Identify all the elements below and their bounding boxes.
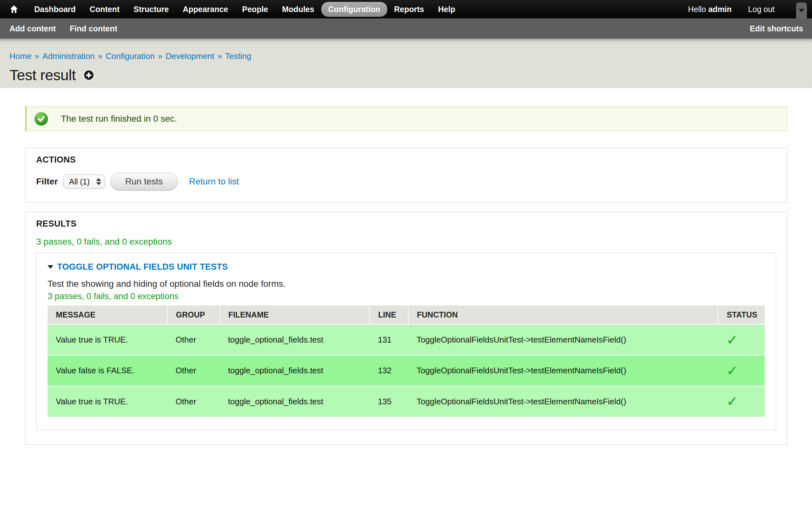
cell-line: 132 xyxy=(369,355,408,386)
cell-filename: toggle_optional_fields.test xyxy=(220,355,370,386)
table-row: Value true is TRUE. Other toggle_optiona… xyxy=(48,325,765,355)
cell-status: ✓ xyxy=(718,355,765,386)
cell-group: Other xyxy=(167,325,220,355)
breadcrumb-administration[interactable]: Administration xyxy=(43,51,95,61)
results-legend: RESULTS xyxy=(36,219,776,228)
cell-group: Other xyxy=(167,355,220,386)
return-to-list-link[interactable]: Return to list xyxy=(189,176,239,187)
col-header-group: GROUP xyxy=(167,305,220,325)
page-header: Home»Administration»Configuration»Develo… xyxy=(0,39,812,88)
breadcrumb-separator: » xyxy=(158,51,162,61)
menu-item-appearance[interactable]: Appearance xyxy=(176,2,235,17)
cell-group: Other xyxy=(167,386,220,417)
results-fieldset: RESULTS 3 passes, 0 fails, and 0 excepti… xyxy=(25,212,787,445)
test-group-title-link[interactable]: TOGGLE OPTIONAL FIELDS UNIT TESTS xyxy=(57,262,228,272)
cell-message: Value true is TRUE. xyxy=(48,325,167,355)
run-tests-button[interactable]: Run tests xyxy=(110,173,177,190)
filter-select[interactable]: All (1) xyxy=(63,175,105,188)
filter-select-value: All (1) xyxy=(69,177,90,186)
user-greeting: Hello admin xyxy=(688,5,732,14)
cell-line: 131 xyxy=(369,325,408,355)
select-spinner-icon xyxy=(96,178,101,185)
breadcrumb-separator: » xyxy=(217,51,222,61)
status-message: The test run finished in 0 sec. xyxy=(25,107,787,131)
cell-function: ToggleOptionalFieldsUnitTest->testElemen… xyxy=(408,325,718,355)
main-content: The test run finished in 0 sec. ACTIONS … xyxy=(0,107,812,483)
shortcut-add-content[interactable]: Add content xyxy=(9,24,56,33)
menu-item-help[interactable]: Help xyxy=(431,2,462,17)
menu-item-content[interactable]: Content xyxy=(83,2,126,17)
collapse-arrow-icon xyxy=(48,265,53,269)
menu-item-configuration[interactable]: Configuration xyxy=(321,2,387,17)
menu-item-reports[interactable]: Reports xyxy=(387,2,431,17)
add-shortcut-plus-icon[interactable] xyxy=(84,70,94,80)
success-check-icon xyxy=(35,112,48,125)
actions-legend: ACTIONS xyxy=(36,155,776,164)
breadcrumb: Home»Administration»Configuration»Develo… xyxy=(9,51,803,61)
test-results-table: MESSAGE GROUP FILENAME LINE FUNCTION STA… xyxy=(48,305,765,417)
logout-link[interactable]: Log out xyxy=(748,5,774,14)
col-header-status: STATUS xyxy=(718,305,765,325)
filter-row: Filter All (1) Run tests Return to list xyxy=(36,173,776,190)
results-summary: 3 passes, 0 fails, and 0 exceptions xyxy=(36,237,776,247)
col-header-line: LINE xyxy=(369,305,408,325)
breadcrumb-home[interactable]: Home xyxy=(9,51,32,61)
cell-filename: toggle_optional_fields.test xyxy=(220,386,370,417)
cell-function: ToggleOptionalFieldsUnitTest->testElemen… xyxy=(408,386,718,417)
table-row: Value true is TRUE. Other toggle_optiona… xyxy=(48,386,765,417)
shortcut-find-content[interactable]: Find content xyxy=(70,24,117,33)
shortcuts-bar: Add content Find content Edit shortcuts xyxy=(0,18,812,39)
test-group-header[interactable]: TOGGLE OPTIONAL FIELDS UNIT TESTS xyxy=(48,262,765,272)
table-row: Value false is FALSE. Other toggle_optio… xyxy=(48,355,765,386)
table-header-row: MESSAGE GROUP FILENAME LINE FUNCTION STA… xyxy=(48,305,765,325)
cell-function: ToggleOptionalFieldsUnitTest->testElemen… xyxy=(408,355,718,386)
filter-label: Filter xyxy=(36,176,58,187)
cell-filename: toggle_optional_fields.test xyxy=(220,325,370,355)
toolbar-toggle-button[interactable] xyxy=(796,3,807,18)
status-message-text: The test run finished in 0 sec. xyxy=(61,114,177,124)
test-group-summary: 3 passes, 0 fails, and 0 exceptions xyxy=(48,291,765,301)
menu-item-people[interactable]: People xyxy=(235,2,275,17)
test-group-description: Test the showing and hiding of optional … xyxy=(48,279,765,289)
actions-fieldset: ACTIONS Filter All (1) Run tests Return … xyxy=(25,148,787,203)
cell-status: ✓ xyxy=(718,386,765,417)
cell-message: Value false is FALSE. xyxy=(48,355,167,386)
menu-item-modules[interactable]: Modules xyxy=(275,2,321,17)
breadcrumb-configuration[interactable]: Configuration xyxy=(106,51,155,61)
col-header-function: FUNCTION xyxy=(408,305,718,325)
breadcrumb-separator: » xyxy=(98,51,102,61)
cell-line: 135 xyxy=(369,386,408,417)
breadcrumb-testing[interactable]: Testing xyxy=(225,51,251,61)
pass-check-icon: ✓ xyxy=(726,363,738,378)
menu-item-dashboard[interactable]: Dashboard xyxy=(27,2,83,17)
menu-item-structure[interactable]: Structure xyxy=(126,2,176,17)
pass-check-icon: ✓ xyxy=(726,332,738,348)
username: admin xyxy=(708,5,732,14)
chevron-down-icon xyxy=(799,9,804,12)
col-header-message: MESSAGE xyxy=(48,305,167,325)
pass-check-icon: ✓ xyxy=(726,394,738,409)
cell-status: ✓ xyxy=(718,325,765,355)
admin-toolbar: Dashboard Content Structure Appearance P… xyxy=(0,0,812,18)
breadcrumb-separator: » xyxy=(35,51,39,61)
page-title: Test result xyxy=(9,66,76,84)
test-group-fieldset: TOGGLE OPTIONAL FIELDS UNIT TESTS Test t… xyxy=(36,252,776,430)
breadcrumb-development[interactable]: Development xyxy=(165,51,214,61)
cell-message: Value true is TRUE. xyxy=(48,386,167,417)
edit-shortcuts-link[interactable]: Edit shortcuts xyxy=(750,24,803,33)
home-icon xyxy=(9,5,18,14)
admin-menu: Dashboard Content Structure Appearance P… xyxy=(27,2,462,17)
home-link[interactable] xyxy=(9,5,18,14)
col-header-filename: FILENAME xyxy=(220,305,370,325)
